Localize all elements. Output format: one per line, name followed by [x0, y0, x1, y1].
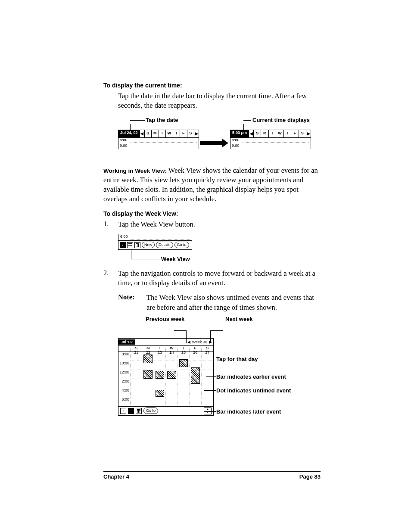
- callout-week-view: Week View: [161, 256, 190, 262]
- hour-row: 8:00: [230, 138, 311, 143]
- time-label: 10:00: [118, 361, 131, 370]
- details-button[interactable]: Details: [156, 242, 173, 248]
- callout-untimed-event: Dot indicates untimed event: [216, 387, 291, 394]
- scroll-arrows-icon[interactable]: ▲▼: [204, 408, 212, 414]
- day-w[interactable]: W: [276, 130, 283, 137]
- day-header[interactable]: T25: [178, 346, 190, 352]
- day-s[interactable]: S: [254, 130, 261, 137]
- runin-label: Working in Week View:: [103, 168, 167, 174]
- leader-line: [174, 330, 186, 331]
- step-number: 2.: [103, 269, 118, 288]
- figure-weekview-button: 6:00 • New Details Go to Week View: [118, 234, 194, 264]
- heading-display-time: To display the current time:: [103, 82, 321, 89]
- prev-day-arrow-icon[interactable]: ◀: [140, 130, 145, 137]
- hour-row: 9:00: [118, 143, 199, 149]
- prev-day-arrow-icon[interactable]: ◀: [249, 130, 254, 137]
- callout-tap-date: Tap the date: [146, 117, 178, 123]
- day-s2[interactable]: S: [187, 130, 194, 137]
- time-label: 2:00: [118, 379, 131, 388]
- footer-page: Page 83: [299, 473, 321, 480]
- hour-row: 6:00: [118, 234, 192, 240]
- day-t2[interactable]: T: [284, 130, 291, 137]
- goto-button[interactable]: Go to: [143, 408, 158, 414]
- day-header[interactable]: M22: [142, 346, 154, 352]
- day-header[interactable]: S27: [202, 346, 213, 352]
- note-text: The Week View also shows untimed events …: [146, 293, 321, 312]
- day-t[interactable]: T: [269, 130, 276, 137]
- new-button[interactable]: New: [142, 242, 155, 248]
- week-body-grid: 8:00 10:00 12:00 2:00 4:00 6:00: [118, 352, 213, 406]
- event-bar[interactable]: [156, 371, 164, 379]
- step-1-text: Tap the Week View button.: [118, 220, 195, 229]
- dayview-button-icon[interactable]: •: [120, 408, 126, 414]
- dayview-before: Jul 24, 02 ◀ S M T W T F S ▶ 8:00 9:00: [118, 130, 199, 149]
- leader-line: [131, 250, 131, 259]
- time-label: 4:00: [118, 388, 131, 397]
- week-bottom-toolbar: • Go to ▲▼: [118, 406, 213, 415]
- day-header[interactable]: S21: [131, 346, 142, 352]
- step-number: 1.: [103, 220, 118, 229]
- transition-arrow-icon: [200, 139, 228, 147]
- day-f[interactable]: F: [180, 130, 187, 137]
- weekview-button-icon[interactable]: [128, 408, 134, 414]
- hour-row: 9:00: [230, 143, 311, 149]
- figure-week-grid: Previous week Next week Tap for that day…: [118, 316, 316, 436]
- callout-tap-day: Tap for that day: [216, 356, 258, 362]
- day-s2[interactable]: S: [299, 130, 306, 137]
- leader-line: [210, 330, 223, 331]
- date-label[interactable]: Jul 24, 02: [118, 130, 140, 137]
- day-s[interactable]: S: [145, 130, 152, 137]
- day-picker[interactable]: S M T W T F S: [145, 130, 194, 137]
- event-bar[interactable]: [143, 370, 152, 379]
- hour-row: 8:00: [118, 138, 199, 143]
- day-header[interactable]: F26: [190, 346, 201, 352]
- time-label: 12:00: [118, 370, 131, 379]
- note-label: Note:: [118, 293, 146, 312]
- week-number-label: Week 30: [192, 340, 207, 344]
- event-bar[interactable]: [167, 371, 176, 379]
- next-day-arrow-icon[interactable]: ▶: [306, 130, 311, 137]
- day-f[interactable]: F: [291, 130, 299, 137]
- week-header-row: S21 M22 T23 W24 T25 F26 S27: [118, 346, 213, 352]
- step-2-text: Tap the navigation controls to move forw…: [118, 269, 321, 288]
- para-week-view: Working in Week View: Week View shows th…: [103, 166, 321, 204]
- callout-current-time: Current time displays: [252, 117, 310, 123]
- time-label[interactable]: 5:03 pm: [230, 130, 249, 137]
- callout-next-week: Next week: [225, 316, 253, 322]
- day-t[interactable]: T: [159, 130, 166, 137]
- weekview-button-icon[interactable]: [127, 242, 133, 248]
- body-display-time: Tap the date in the date bar to display …: [118, 91, 321, 111]
- note-block: Note: The Week View also shows untimed e…: [118, 293, 321, 312]
- goto-button[interactable]: Go to: [174, 242, 189, 248]
- day-picker[interactable]: S M T W T F S: [254, 130, 306, 137]
- day-header-today[interactable]: W24: [166, 346, 177, 352]
- time-label: 8:00: [118, 352, 131, 361]
- day-m[interactable]: M: [152, 130, 159, 137]
- figure-dayview-time: Tap the date Current time displays Jul 2…: [118, 117, 321, 156]
- week-view-screen: Jul '02 ◀ Week 30 ▶ S21 M22 T23 W24 T25 …: [118, 338, 214, 416]
- prev-week-arrow-icon[interactable]: ◀: [187, 340, 190, 344]
- next-day-arrow-icon[interactable]: ▶: [194, 130, 199, 137]
- time-label: 6:00: [118, 397, 131, 406]
- toolbar-row: • New Details Go to: [118, 240, 192, 250]
- day-t2[interactable]: T: [173, 130, 181, 137]
- dayview-button-icon[interactable]: •: [120, 242, 126, 248]
- footer-rule: [103, 471, 321, 472]
- heading-display-weekview: To display the Week View:: [103, 210, 321, 217]
- leader-line: [243, 120, 251, 121]
- day-header[interactable]: T23: [154, 346, 166, 352]
- next-week-arrow-icon[interactable]: ▶: [209, 340, 212, 344]
- month-label: Jul '02: [118, 339, 135, 345]
- callout-previous-week: Previous week: [146, 316, 184, 322]
- monthview-button-icon[interactable]: [134, 242, 140, 248]
- callout-later-event: Bar indicates later event: [216, 408, 281, 415]
- footer-chapter: Chapter 4: [103, 473, 129, 480]
- callout-earlier-event: Bar indicates earlier event: [216, 373, 286, 380]
- leader-line: [131, 259, 160, 259]
- event-bar[interactable]: [179, 359, 188, 367]
- day-m[interactable]: M: [261, 130, 268, 137]
- monthview-button-icon[interactable]: [136, 408, 142, 414]
- dayview-after: 5:03 pm ◀ S M T W T F S ▶ 8:00 9:00: [230, 130, 311, 149]
- day-w[interactable]: W: [166, 130, 173, 137]
- event-bar[interactable]: [156, 390, 164, 397]
